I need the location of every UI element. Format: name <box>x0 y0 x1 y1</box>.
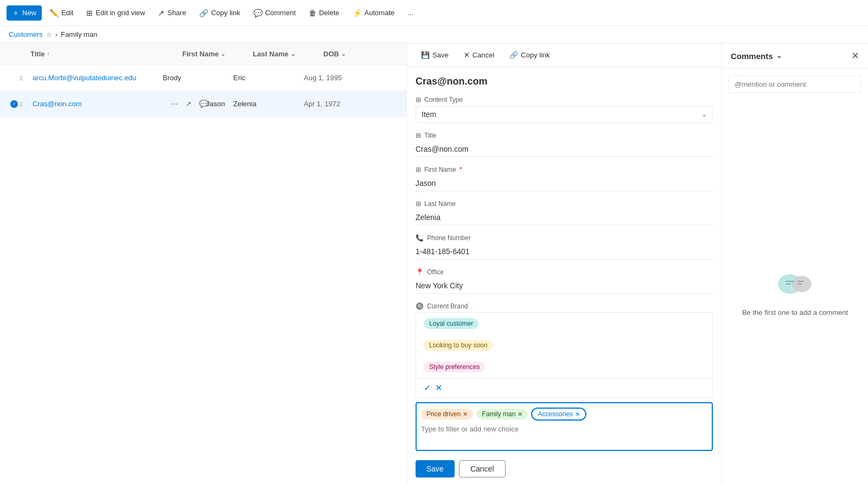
comments-panel: Comments ⌄ ✕ Be the first one to add a c… <box>722 43 868 484</box>
col-header-title[interactable]: Title ↑ <box>30 50 182 58</box>
edit-button[interactable]: ✏️ Edit <box>44 6 79 20</box>
last-name-value: Zelenia <box>416 210 713 225</box>
save-icon: 💾 <box>421 51 430 59</box>
title-field: ⊞ Title Cras@non.com <box>416 132 713 157</box>
row-more-button[interactable]: ⋯ <box>168 98 181 109</box>
comments-empty-state: Be the first one to add a comment <box>722 100 868 484</box>
detail-toolbar: 💾 Save ✕ Cancel 🔗 Copy link <box>407 43 722 67</box>
detail-record-title: Cras@non.com <box>416 76 713 87</box>
content-type-field: ⊞ Content Type Item ⌄ <box>416 96 713 123</box>
close-icon: ✕ <box>464 51 470 59</box>
more-button[interactable]: ... <box>402 6 419 20</box>
copy-link-toolbar-button[interactable]: 🔗 Copy link <box>194 6 245 20</box>
sort-arrow-last: ⌄ <box>291 51 295 57</box>
col-header-first[interactable]: First Name ⌄ <box>182 50 253 58</box>
dropdown-item-loyal[interactable]: Loyal customer <box>416 313 712 334</box>
phone-icon: 📞 <box>416 234 424 242</box>
table-row[interactable]: 1 arcu.Morbi@vulputateduinec.edu Brody E… <box>0 65 406 91</box>
breadcrumb-parent[interactable]: Customers <box>9 30 43 38</box>
detail-cancel-button[interactable]: ✕ Cancel <box>458 49 500 61</box>
link-icon: 🔗 <box>199 9 208 17</box>
col-header-last[interactable]: Last Name ⌄ <box>253 50 323 58</box>
delete-button[interactable]: 🗑 Delete <box>303 6 345 20</box>
current-brand-label: 🔘 Current Brand <box>416 302 713 310</box>
table-row[interactable]: 2 Cras@non.com ⋯ ↗ 💬 Jason Zelenia Apr 1… <box>0 91 406 117</box>
row-indicator <box>9 100 20 108</box>
automate-icon: ⚡ <box>353 9 362 17</box>
detail-panel: 💾 Save ✕ Cancel 🔗 Copy link Cras@non.com… <box>407 43 722 484</box>
cell-dob: Apr 1, 1972 <box>304 100 374 108</box>
office-label: 📍 Office <box>416 268 713 276</box>
required-indicator: * <box>459 166 462 173</box>
grid-view-button[interactable]: ⊞ Edit in grid view <box>81 6 150 20</box>
phone-value: 1-481-185-6401 <box>416 244 713 260</box>
row-comment-button[interactable]: 💬 <box>196 98 211 109</box>
cell-title: arcu.Morbi@vulputateduinec.edu <box>33 74 163 82</box>
sort-arrow-dob: ⌄ <box>341 51 346 57</box>
grid-icon: ⊞ <box>86 9 93 17</box>
comment-button[interactable]: 💬 Comment <box>248 6 301 20</box>
dropdown-item-style[interactable]: Style preferences <box>416 356 712 378</box>
tag-accessories: Accessories ✕ <box>531 408 586 421</box>
first-name-label: ⊞ First Name * <box>416 166 713 173</box>
content-type-label: ⊞ Content Type <box>416 96 713 104</box>
cell-title: Cras@non.com <box>33 100 163 108</box>
share-icon: ↗ <box>158 9 164 17</box>
tag-remove-button[interactable]: ✕ <box>518 411 522 418</box>
sort-arrow-first: ⌄ <box>221 51 225 57</box>
row-actions: ⋯ ↗ 💬 <box>168 98 211 109</box>
share-button[interactable]: ↗ Share <box>152 6 192 20</box>
tag-remove-button[interactable]: ✕ <box>575 411 580 418</box>
office-field: 📍 Office New York City <box>416 268 713 294</box>
automate-button[interactable]: ⚡ Automate <box>347 6 400 20</box>
col-header-dob[interactable]: DOB ⌄ <box>323 50 394 58</box>
dropdown-confirm-button[interactable]: ✓ <box>424 383 431 393</box>
chevron-down-icon: ⌄ <box>776 52 782 60</box>
comments-empty-icon <box>774 268 817 302</box>
detail-copy-link-button[interactable]: 🔗 Copy link <box>504 49 555 61</box>
tag-loyal: Loyal customer <box>424 318 478 329</box>
svg-rect-4 <box>797 281 804 282</box>
main-toolbar: ＋ New ✏️ Edit ⊞ Edit in grid view ↗ Shar… <box>0 0 868 26</box>
field-icon: 🔘 <box>416 302 424 310</box>
table-header: Title ↑ First Name ⌄ Last Name ⌄ DOB ⌄ <box>0 43 406 65</box>
field-icon: ⊞ <box>416 96 421 104</box>
main-layout: Title ↑ First Name ⌄ Last Name ⌄ DOB ⌄ 1… <box>0 43 868 484</box>
row-share-button[interactable]: ↗ <box>183 98 194 109</box>
comments-close-button[interactable]: ✕ <box>851 50 859 62</box>
tag-style: Style preferences <box>424 362 485 372</box>
breadcrumb: Customers ☆ › Family man <box>0 26 868 43</box>
field-icon: ⊞ <box>416 166 421 173</box>
comments-header: Comments ⌄ ✕ <box>722 43 868 69</box>
comment-input[interactable] <box>729 75 861 93</box>
chevron-down-icon: ⌄ <box>701 111 707 118</box>
plus-icon: ＋ <box>12 8 20 18</box>
detail-content: Cras@non.com ⊞ Content Type Item ⌄ ⊞ Tit… <box>407 67 722 453</box>
detail-save-button[interactable]: 💾 Save <box>416 49 454 61</box>
content-type-select[interactable]: Item ⌄ <box>416 106 713 123</box>
breadcrumb-star: ☆ <box>46 31 52 38</box>
field-icon: ⊞ <box>416 200 421 208</box>
new-button[interactable]: ＋ New <box>7 5 42 21</box>
first-name-field: ⊞ First Name * Jason <box>416 166 713 191</box>
phone-label: 📞 Phone Number <box>416 234 713 242</box>
link-icon: 🔗 <box>509 51 518 59</box>
cancel-button[interactable]: Cancel <box>459 460 506 477</box>
comment-icon: 💬 <box>253 9 263 17</box>
delete-icon: 🗑 <box>309 9 316 17</box>
dropdown-item-looking[interactable]: Looking to buy soon <box>416 334 712 356</box>
tag-filter-input[interactable] <box>421 424 707 434</box>
brand-dropdown: Loyal customer Looking to buy soon Style… <box>416 312 713 398</box>
dropdown-close-button[interactable]: ✕ <box>435 383 442 393</box>
breadcrumb-separator: › <box>55 30 58 38</box>
tag-remove-button[interactable]: ✕ <box>463 411 468 418</box>
current-brand-field: 🔘 Current Brand Loyal customer Looking t… <box>416 302 713 453</box>
svg-rect-2 <box>786 281 794 282</box>
svg-rect-3 <box>786 283 791 285</box>
tags-row: Price driven ✕ Family man ✕ Accessories … <box>421 408 707 421</box>
tag-price-driven: Price driven ✕ <box>421 409 473 420</box>
first-name-value: Jason <box>416 176 713 191</box>
save-button[interactable]: Save <box>416 460 455 477</box>
edit-icon: ✏️ <box>49 9 59 17</box>
location-icon: 📍 <box>416 268 424 276</box>
